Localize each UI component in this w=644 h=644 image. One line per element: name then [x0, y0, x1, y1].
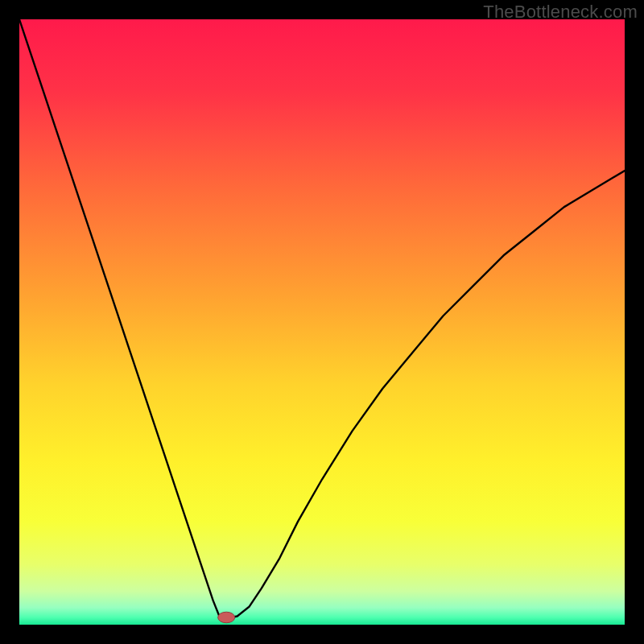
gradient-background [19, 19, 625, 625]
plot-svg [19, 19, 625, 625]
minimum-marker [218, 612, 235, 623]
plot-area [19, 19, 625, 625]
chart-frame: TheBottleneck.com [0, 0, 644, 644]
